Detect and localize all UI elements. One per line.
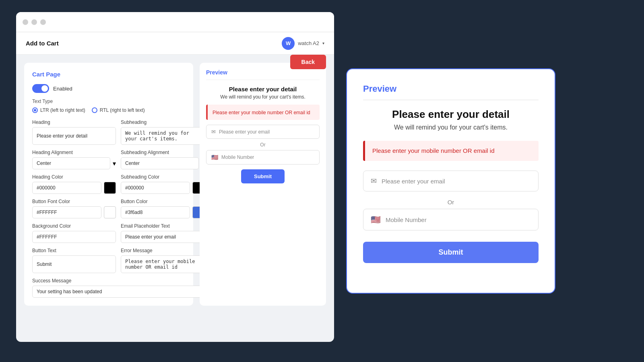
button-font-color-input[interactable]: [32, 206, 101, 218]
small-preview-email-input: ✉ Please enter your email: [206, 125, 320, 139]
heading-align-input[interactable]: [32, 157, 110, 169]
button-font-color-swatch[interactable]: [104, 206, 116, 218]
window-content: Back Cart Page Enabled Text Type LTR (le…: [16, 55, 334, 306]
heading-color-group: Heading Color: [32, 174, 116, 194]
button-font-color-group: Button Font Color: [32, 199, 116, 218]
enabled-toggle[interactable]: [32, 84, 49, 93]
small-preview-mobile-placeholder: Mobile Number: [221, 154, 254, 160]
heading-align-label: Heading Alignment: [32, 150, 116, 155]
error-message-input[interactable]: Please enter your mobile number OR email…: [121, 255, 204, 273]
large-envelope-icon: ✉: [371, 177, 377, 185]
heading-group: Heading: [32, 119, 116, 145]
watch-label: watch A2: [298, 40, 319, 46]
large-preview-subheading: We will remind you for your cart's items…: [363, 124, 539, 131]
large-preview-mobile-input: 🇺🇸 Mobile Number: [363, 209, 539, 230]
main-window: Add to Cart W watch A2 ▾ Back Cart Page …: [16, 12, 334, 342]
heading-color-label: Heading Color: [32, 174, 116, 180]
titlebar-dot-2: [31, 19, 37, 25]
small-preview-error-text: Please enter your mobile number OR email…: [213, 110, 310, 115]
chevron-down-icon: ▾: [322, 41, 324, 45]
titlebar-dot-3: [40, 19, 46, 25]
heading-label: Heading: [32, 119, 116, 125]
error-message-group: Error Message Please enter your mobile n…: [121, 248, 204, 273]
back-button[interactable]: Back: [290, 55, 326, 69]
heading-input[interactable]: [32, 127, 116, 145]
small-preview-mobile-input: 🇺🇸 Mobile Number: [206, 150, 320, 165]
subheading-align-group: Subheading Alignment ▾: [121, 150, 204, 169]
heading-align-chevron: ▾: [113, 160, 116, 167]
subheading-color-label: Subheading Color: [121, 174, 204, 180]
large-preview-error-text: Please enter your mobile number OR email…: [372, 147, 494, 154]
button-color-input[interactable]: [121, 206, 190, 218]
background-color-group: Background Color: [32, 223, 116, 243]
envelope-icon: ✉: [211, 129, 216, 135]
text-type-radio-row: LTR (left to right text) RTL (right to l…: [32, 107, 185, 113]
heading-align-group: Heading Alignment ▾: [32, 150, 116, 169]
small-preview-submit[interactable]: Submit: [241, 169, 285, 183]
large-preview-mobile-placeholder: Mobile Number: [386, 216, 427, 223]
heading-color-swatch[interactable]: [104, 182, 116, 194]
small-preview-title: Preview: [206, 69, 320, 80]
large-preview-card: Preview Please enter your detail We will…: [346, 68, 555, 294]
ltr-radio[interactable]: LTR (left to right text): [32, 107, 85, 113]
window-title: Add to Cart: [26, 40, 59, 47]
small-preview-panel: Preview Please enter your detail We will…: [200, 63, 326, 306]
email-placeholder-group: Email Placeholder Text: [121, 223, 204, 243]
cart-panel: Cart Page Enabled Text Type LTR (left to…: [24, 63, 193, 306]
us-flag-icon: 🇺🇸: [211, 154, 218, 160]
button-color-label: Button Color: [121, 199, 204, 204]
subheading-color-group: Subheading Color: [121, 174, 204, 194]
button-text-group: Button Text: [32, 248, 116, 273]
subheading-group: Subheading We will remind you for your c…: [121, 119, 204, 145]
subheading-label: Subheading: [121, 119, 204, 125]
background-color-label: Background Color: [32, 223, 116, 229]
small-preview-email-placeholder: Please enter your email: [219, 129, 270, 135]
large-preview-error-box: Please enter your mobile number OR email…: [363, 141, 539, 161]
small-preview-or: Or: [206, 142, 320, 148]
cart-panel-title: Cart Page: [32, 71, 185, 78]
rtl-radio-circle: [92, 107, 97, 113]
large-preview-email-placeholder: Please enter your email: [382, 178, 445, 185]
ltr-radio-circle: [32, 107, 38, 113]
success-message-input[interactable]: [32, 286, 204, 298]
large-preview-heading: Please enter your detail: [363, 108, 539, 121]
ltr-label: LTR (left to right text): [40, 107, 85, 113]
window-header: Add to Cart W watch A2 ▾: [16, 32, 334, 55]
background-color-input[interactable]: [32, 231, 116, 243]
large-preview-email-input: ✉ Please enter your email: [363, 171, 539, 191]
rtl-label: RTL (right to left text): [100, 107, 145, 113]
success-message-label: Success Message: [32, 278, 204, 284]
button-text-input[interactable]: [32, 255, 116, 273]
form-grid: Heading Subheading We will remind you fo…: [32, 119, 185, 298]
small-preview-subheading: We will remind you for your cart's items…: [206, 94, 320, 100]
small-preview-heading: Please enter your detail: [206, 86, 320, 93]
subheading-color-input[interactable]: [121, 182, 190, 194]
enabled-toggle-row: Enabled: [32, 84, 185, 93]
large-preview-title: Preview: [363, 84, 539, 100]
button-font-color-label: Button Font Color: [32, 199, 116, 204]
error-message-label: Error Message: [121, 248, 204, 253]
large-us-flag-icon: 🇺🇸: [371, 215, 381, 224]
watch-badge[interactable]: W watch A2 ▾: [282, 37, 324, 50]
subheading-align-input[interactable]: [121, 157, 199, 169]
small-preview-error-box: Please enter your mobile number OR email…: [206, 105, 320, 120]
titlebar-dot-1: [23, 19, 28, 25]
email-placeholder-label: Email Placeholder Text: [121, 223, 204, 229]
rtl-radio[interactable]: RTL (right to left text): [92, 107, 145, 113]
enabled-label: Enabled: [53, 86, 72, 92]
watch-avatar: W: [282, 37, 295, 50]
button-color-group: Button Color: [121, 199, 204, 218]
subheading-align-label: Subheading Alignment: [121, 150, 204, 155]
large-preview-or: Or: [363, 199, 539, 206]
large-preview-submit[interactable]: Submit: [363, 242, 539, 263]
button-text-label: Button Text: [32, 248, 116, 253]
titlebar: [16, 12, 334, 32]
success-message-group: Success Message: [32, 278, 204, 298]
subheading-input[interactable]: We will remind you for your cart's items…: [121, 127, 204, 145]
email-placeholder-input[interactable]: [121, 231, 204, 243]
heading-color-input[interactable]: [32, 182, 101, 194]
text-type-label: Text Type: [32, 99, 185, 104]
